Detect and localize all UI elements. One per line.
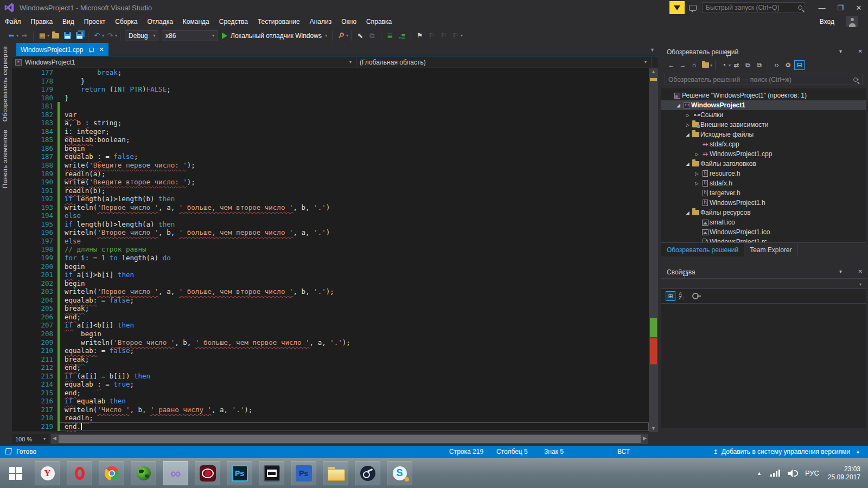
code-line[interactable]: 196writeln('Второе число ', b, ' больше,… xyxy=(12,228,649,237)
member-dropdown[interactable] xyxy=(652,57,658,67)
scroll-left-icon[interactable]: ◀ xyxy=(53,435,56,441)
code-line[interactable]: 190write('Введите второе число: '); xyxy=(12,178,649,187)
scroll-down-icon[interactable]: ▼ xyxy=(649,426,658,431)
code-line[interactable]: 215end; xyxy=(12,389,649,397)
clear-bookmarks-icon[interactable]: ⚐ xyxy=(450,31,461,41)
code-line[interactable]: 211break; xyxy=(12,355,649,364)
project-scope-dropdown[interactable]: WindowsProject1 ▾ xyxy=(12,57,356,67)
panel-tab[interactable]: Обозреватель решений xyxy=(661,243,744,256)
code-line[interactable]: 182var xyxy=(12,111,649,119)
network-signal-icon[interactable] xyxy=(769,470,780,477)
menu-item[interactable]: Справка xyxy=(361,16,397,27)
taskbar-chrome-icon[interactable] xyxy=(99,461,124,485)
editor-horizontal-scrollbar[interactable]: ◀ ▶ xyxy=(51,434,648,444)
taskbar-video-app-icon[interactable] xyxy=(259,461,284,485)
code-line[interactable]: 217writeln('Число ', b, ' равно числу ',… xyxy=(12,406,649,414)
tree-expander-icon[interactable]: ◢ xyxy=(675,103,682,108)
tree-item[interactable]: ▷Внешние зависимости xyxy=(661,120,866,130)
quick-launch-box[interactable] xyxy=(702,2,805,13)
navigate-back-dropdown[interactable]: ▾ xyxy=(16,33,18,38)
redo-dropdown[interactable]: ▾ xyxy=(115,33,117,38)
close-panel-icon[interactable]: ✕ xyxy=(858,48,863,54)
code-line[interactable]: 179 return (INT_PTR)FALSE; xyxy=(12,85,649,94)
new-project-icon[interactable]: ▤ xyxy=(37,31,48,41)
taskbar-photoshop-icon[interactable]: Ps xyxy=(227,461,252,485)
feedback-chat-icon[interactable] xyxy=(689,5,697,11)
se-views-dropdown[interactable]: ▾ xyxy=(710,63,712,68)
navigate-cursor-icon[interactable]: ⬉ xyxy=(355,31,366,41)
tree-expander-icon[interactable]: ◢ xyxy=(684,210,691,215)
tree-expander-icon[interactable]: ▷ xyxy=(693,152,700,157)
properties-close-icon[interactable]: ✕ xyxy=(858,268,863,274)
comment-lines-icon[interactable]: ⹂≣ xyxy=(397,31,407,41)
scroll-up-icon[interactable]: ▲ xyxy=(649,69,658,74)
menu-item[interactable]: Окно xyxy=(336,16,361,27)
code-line[interactable]: 183a, b : string; xyxy=(12,119,649,127)
tree-item[interactable]: ▷++WindowsProject1.cpp xyxy=(661,149,866,159)
menu-item[interactable]: Средства xyxy=(214,16,253,27)
tree-item[interactable]: small.ico xyxy=(661,217,866,227)
se-show-code-icon[interactable]: ‹› xyxy=(771,60,782,70)
menu-item[interactable]: Вид xyxy=(58,16,79,27)
taskbar-globe-browser-icon[interactable] xyxy=(131,461,156,485)
code-line[interactable]: 206end; xyxy=(12,313,649,322)
tree-expander-icon[interactable]: ▷ xyxy=(693,181,700,186)
se-preview-selected-icon[interactable]: ⊟ xyxy=(794,60,805,70)
code-line[interactable]: 184i: integer; xyxy=(12,127,649,136)
global-scope-dropdown[interactable]: (Глобальная область) ▾ xyxy=(356,57,652,67)
taskbar-recorder-icon[interactable] xyxy=(195,461,220,485)
feedback-button[interactable] xyxy=(669,1,685,14)
clock[interactable]: 23:03 25.09.2017 xyxy=(828,465,860,481)
code-line[interactable]: 212end; xyxy=(12,363,649,372)
tree-item[interactable]: ▷resource.h xyxy=(661,169,866,178)
menu-item[interactable]: Правка xyxy=(26,16,58,27)
scroll-right-icon[interactable]: ▶ xyxy=(643,435,647,441)
bookmark-icon[interactable]: ⚑ xyxy=(414,31,425,41)
configuration-combobox[interactable]: Debug▾ xyxy=(125,30,158,41)
code-line[interactable]: 209 writeln('Второе число ', b, ' больше… xyxy=(12,338,649,347)
menu-item[interactable]: Команда xyxy=(178,16,214,27)
code-line[interactable]: 219end. xyxy=(12,422,649,431)
code-line[interactable]: 191readln(b); xyxy=(12,187,649,195)
tree-expander-icon[interactable]: ▷ xyxy=(684,123,691,127)
find-in-files-icon[interactable]: 🔎︎ xyxy=(336,31,347,41)
code-line[interactable]: 205break; xyxy=(12,304,649,313)
code-line[interactable]: 214equalab : = true; xyxy=(12,380,649,389)
alphabetical-sort-icon[interactable]: AZ↓ xyxy=(679,292,685,300)
redo-icon[interactable]: ↷ xyxy=(105,31,116,41)
taskbar-file-explorer-icon[interactable] xyxy=(323,461,348,485)
tab-windowsproject1-cpp[interactable]: WindowsProject1.cpp ✕ xyxy=(16,43,108,56)
volume-icon[interactable] xyxy=(788,469,799,478)
minimize-button[interactable]: — xyxy=(813,1,831,15)
properties-object-combobox[interactable]: ▾ xyxy=(661,278,866,289)
code-line[interactable]: 203writeln('Первое число ', a, ' больше,… xyxy=(12,287,649,296)
code-line[interactable]: 213if (a[i] = b[i]) then xyxy=(12,372,649,381)
se-pending-changes-icon[interactable]: ◔ xyxy=(719,60,729,70)
menu-item[interactable]: Тестирование xyxy=(253,16,305,27)
add-to-source-control-button[interactable]: ↥ Добавить в систему управления версиями… xyxy=(713,448,860,455)
code-line[interactable]: 193writeln('Первое число ', a, ' больше,… xyxy=(12,203,649,212)
start-debugging-button[interactable]: Локальный отладчик Windows ▾ xyxy=(222,32,327,40)
undo-dropdown[interactable]: ▾ xyxy=(102,33,104,38)
taskbar-skype-icon[interactable]: S xyxy=(387,461,412,485)
code-line[interactable]: 178 } xyxy=(12,77,649,86)
document-list-dropdown-icon[interactable]: ▼ xyxy=(650,47,655,53)
code-line[interactable]: 200begin xyxy=(12,262,649,271)
code-line[interactable]: 188write('Введите первое число: '); xyxy=(12,161,649,170)
se-collapse-icon[interactable]: ⧉ xyxy=(743,60,753,70)
server-explorer-tab[interactable]: Обозреватель серверов xyxy=(2,46,8,121)
tree-expander-icon[interactable]: ◢ xyxy=(684,132,691,137)
zoom-selector[interactable]: 100 %▾ xyxy=(12,434,49,444)
solution-search-box[interactable]: Обозреватель решений — поиск (Ctrl+ж) ▾ xyxy=(665,74,863,85)
code-line[interactable]: 201if a[i]>b[i] then xyxy=(12,271,649,279)
properties-pin-icon[interactable] xyxy=(682,271,688,278)
scm-collapse-icon[interactable]: ▲ xyxy=(856,449,860,454)
tree-item[interactable]: WindowsProject1.h xyxy=(661,198,866,208)
code-line[interactable]: 208 begin xyxy=(12,330,649,338)
tree-item[interactable]: ▷stdafx.h xyxy=(661,178,866,188)
pin-icon[interactable] xyxy=(88,47,94,53)
tree-item[interactable]: Решение "WindowsProject1" (проектов: 1) xyxy=(661,91,866,100)
tree-item[interactable]: WindowsProject1.rc xyxy=(661,237,866,242)
code-line[interactable]: 181 xyxy=(12,102,649,111)
tree-expander-icon[interactable]: ▷ xyxy=(693,171,700,176)
